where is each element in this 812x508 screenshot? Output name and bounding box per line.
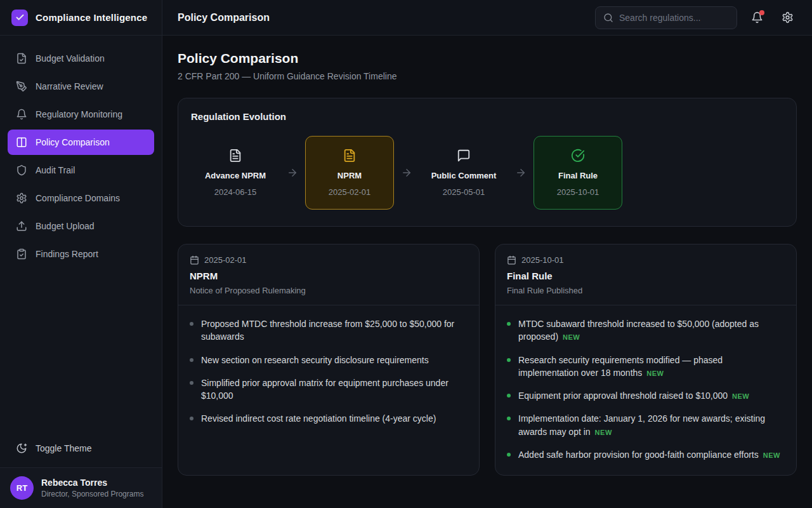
- notification-dot: [759, 10, 764, 15]
- sidebar-item-policy-comparison[interactable]: Policy Comparison: [8, 130, 154, 155]
- message-icon: [457, 149, 471, 163]
- comparison-grid: 2025-02-01 NPRM Notice of Proposed Rulem…: [178, 244, 797, 476]
- nprm-card: 2025-02-01 NPRM Notice of Proposed Rulem…: [178, 244, 480, 476]
- file-text-icon: [228, 149, 242, 163]
- user-name: Rebecca Torres: [41, 478, 143, 488]
- bullet-item: Research security requirements modified …: [507, 354, 785, 380]
- card-title: Final Rule: [507, 271, 785, 281]
- bullet-text: Equipment prior approval threshold raise…: [518, 391, 728, 401]
- stage-label: Advance NPRM: [205, 171, 266, 180]
- columns-icon: [16, 137, 27, 148]
- sidebar-item-label: Budget Upload: [36, 221, 95, 231]
- pen-tool-icon: [16, 81, 27, 92]
- card-date: 2025-10-01: [521, 255, 564, 265]
- bullet-dot: [507, 358, 511, 362]
- gear-icon: [16, 192, 27, 204]
- timeline-stage-final-rule[interactable]: Final Rule2025-10-01: [534, 136, 622, 210]
- bullet-dot: [190, 322, 193, 326]
- timeline: Advance NPRM2024-06-15NPRM2025-02-01Publ…: [191, 136, 783, 210]
- shield-icon: [16, 164, 27, 176]
- sidebar-item-narrative-review[interactable]: Narrative Review: [8, 74, 154, 99]
- card-head: 2025-02-01 NPRM Notice of Proposed Rulem…: [178, 244, 479, 305]
- stage-label: NPRM: [337, 171, 362, 180]
- calendar-icon: [507, 255, 516, 265]
- app-logo-check-icon: [11, 10, 28, 26]
- clipboard-check-icon: [16, 248, 27, 260]
- toggle-theme-label: Toggle Theme: [36, 443, 91, 453]
- sidebar-item-compliance-domains[interactable]: Compliance Domains: [8, 185, 154, 211]
- sidebar-item-regulatory-monitoring[interactable]: Regulatory Monitoring: [8, 102, 154, 127]
- bullet-text: Research security requirements modified …: [518, 355, 723, 378]
- bullet-item: Proposed MTDC threshold increase from $2…: [190, 318, 468, 344]
- card-date: 2025-02-01: [204, 255, 247, 265]
- sidebar-item-audit-trail[interactable]: Audit Trail: [8, 157, 154, 183]
- arrow-right-icon: [394, 167, 419, 178]
- timeline-stage-nprm[interactable]: NPRM2025-02-01: [305, 136, 394, 210]
- app-logo-row: Compliance Intelligence: [0, 0, 162, 36]
- user-role: Director, Sponsored Programs: [41, 490, 143, 498]
- bullet-dot: [507, 394, 511, 398]
- sidebar-item-label: Budget Validation: [36, 53, 105, 64]
- new-badge: NEW: [563, 333, 580, 341]
- stage-label: Public Comment: [431, 171, 497, 180]
- timeline-stage-public-comment[interactable]: Public Comment2025-05-01: [419, 136, 508, 210]
- bullet-list: Proposed MTDC threshold increase from $2…: [190, 318, 468, 425]
- main-area: Policy Comparison Policy Comparison 2 CF…: [162, 0, 812, 508]
- settings-button[interactable]: [776, 7, 798, 29]
- upload-icon: [16, 220, 27, 232]
- timeline-stage-advance-nprm[interactable]: Advance NPRM2024-06-15: [191, 136, 280, 210]
- sidebar-item-label: Policy Comparison: [36, 137, 110, 147]
- stage-date: 2025-10-01: [557, 187, 599, 197]
- bullet-item: Revised indirect cost rate negotiation t…: [190, 412, 468, 425]
- final-rule-card: 2025-10-01 Final Rule Final Rule Publish…: [495, 244, 797, 476]
- bullet-text: Revised indirect cost rate negotiation t…: [201, 413, 436, 424]
- bullet-dot: [507, 453, 511, 457]
- stage-label: Final Rule: [558, 171, 598, 180]
- sidebar-item-budget-validation[interactable]: Budget Validation: [8, 46, 154, 71]
- bullet-text: Added safe harbor provision for good-fai…: [518, 450, 759, 460]
- card-head: 2025-10-01 Final Rule Final Rule Publish…: [495, 244, 796, 305]
- user-profile[interactable]: RT Rebecca Torres Director, Sponsored Pr…: [0, 467, 162, 508]
- card-title: NPRM: [190, 271, 468, 281]
- bullet-text: Proposed MTDC threshold increase from $2…: [201, 319, 454, 342]
- calendar-icon: [190, 255, 199, 265]
- search-input[interactable]: [619, 13, 721, 23]
- bullet-dot: [507, 417, 511, 420]
- topbar: Policy Comparison: [162, 0, 812, 36]
- stage-date: 2024-06-15: [214, 187, 257, 197]
- bullet-item: Implementation date: January 1, 2026 for…: [507, 412, 785, 438]
- moon-star-icon: [16, 443, 27, 454]
- bullet-item: Equipment prior approval threshold raise…: [507, 389, 785, 402]
- regulation-evolution-title: Regulation Evolution: [191, 111, 783, 122]
- bell-icon: [16, 109, 27, 120]
- bullet-item: MTDC subaward threshold increased to $50…: [507, 318, 785, 344]
- stage-date: 2025-02-01: [329, 187, 371, 197]
- sidebar: Compliance Intelligence Budget Validatio…: [0, 0, 162, 508]
- toggle-theme-button[interactable]: Toggle Theme: [8, 436, 154, 461]
- sidebar-item-label: Findings Report: [36, 249, 98, 259]
- sidebar-item-label: Narrative Review: [36, 81, 103, 91]
- regulation-evolution-card: Regulation Evolution Advance NPRM2024-06…: [178, 98, 797, 227]
- bullet-text: MTDC subaward threshold increased to $50…: [518, 319, 759, 342]
- bullet-item: Added safe harbor provision for good-fai…: [507, 448, 785, 461]
- new-badge: NEW: [595, 429, 612, 436]
- bullet-text: Simplified prior approval matrix for equ…: [201, 378, 449, 401]
- check-circle-icon: [571, 149, 585, 163]
- search-icon: [603, 13, 613, 23]
- topbar-title: Policy Comparison: [178, 12, 270, 23]
- bullet-item: Simplified prior approval matrix for equ…: [190, 377, 468, 403]
- file-check-icon: [16, 53, 27, 64]
- card-subtitle: Notice of Proposed Rulemaking: [190, 286, 468, 295]
- content: Policy Comparison 2 CFR Part 200 — Unifo…: [162, 36, 812, 508]
- sidebar-nav: Budget ValidationNarrative ReviewRegulat…: [0, 36, 162, 269]
- bullet-dot: [190, 381, 193, 385]
- bullet-dot: [190, 358, 193, 362]
- bullet-text: Implementation date: January 1, 2026 for…: [518, 413, 765, 436]
- sidebar-item-label: Regulatory Monitoring: [36, 109, 122, 119]
- stage-date: 2025-05-01: [443, 187, 485, 197]
- sidebar-item-budget-upload[interactable]: Budget Upload: [8, 213, 154, 239]
- avatar: RT: [10, 476, 34, 500]
- search-box[interactable]: [595, 6, 737, 29]
- sidebar-item-findings-report[interactable]: Findings Report: [8, 241, 154, 267]
- notifications-button[interactable]: [746, 7, 768, 29]
